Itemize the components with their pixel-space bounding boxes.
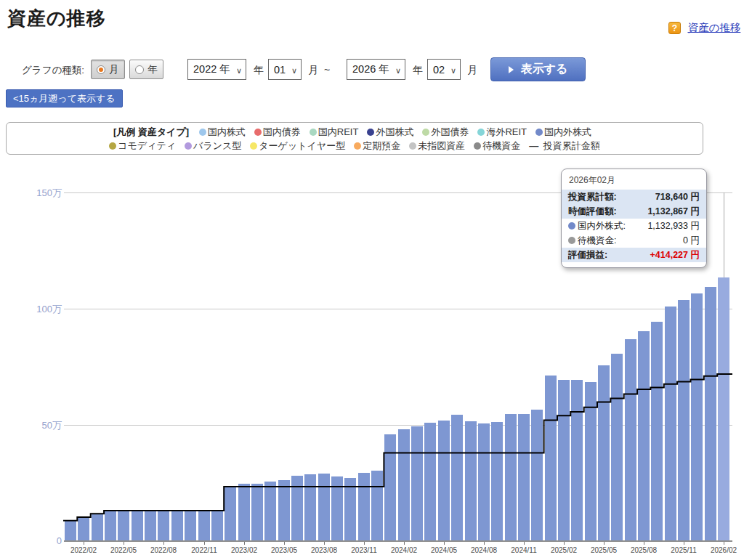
- legend-item: 海外REIT: [477, 126, 527, 137]
- legend-dot-icon: [250, 142, 257, 150]
- from-year-select[interactable]: 2022 年: [187, 59, 246, 80]
- legend-item: コモディティ: [109, 140, 176, 151]
- chevron-down-icon: [233, 64, 242, 76]
- legend-dot-icon: [367, 129, 374, 136]
- range-tilde: ~: [324, 64, 330, 76]
- tooltip-row: 国内外株式:1,132,933 円: [562, 219, 706, 233]
- page-title: 資産の推移: [7, 6, 106, 31]
- legend-row-1: [凡例 資産タイプ] 国内株式国内債券国内REIT外国株式外国債券海外REIT国…: [7, 125, 703, 139]
- legend-title: [凡例 資産タイプ]: [113, 126, 189, 137]
- legend-dot-icon: [422, 129, 429, 136]
- chevron-down-icon: [288, 64, 297, 76]
- legend-item: 国内外株式: [535, 126, 591, 137]
- legend-dot-icon: [254, 129, 262, 136]
- legend-dot-icon: [310, 129, 317, 136]
- to-year-value: 2026 年: [352, 62, 389, 76]
- legend-dot-icon: [535, 129, 543, 136]
- legend-box: [凡例 資産タイプ] 国内株式国内債券国内REIT外国株式外国債券海外REIT国…: [6, 122, 703, 155]
- to-year-select[interactable]: 2026 年: [347, 59, 405, 80]
- from-month-value: 01: [274, 64, 286, 76]
- page: 資産の推移 ? 資産の推移 グラフの種類: 月 年 2022 年 年 01 月 …: [0, 0, 744, 560]
- show-button[interactable]: 表示する: [490, 57, 586, 81]
- legend-dot-icon: [477, 129, 485, 136]
- legend-dot-icon: [354, 142, 361, 150]
- tooltip-row: 待機資金:0 円: [562, 233, 706, 248]
- tooltip-dot-icon: [568, 237, 575, 244]
- to-month-select[interactable]: 02: [427, 59, 461, 80]
- back-button-label: <15ヵ月遡って表示する: [13, 92, 116, 105]
- legend-item: 待機資金: [474, 140, 520, 151]
- help-area: ? 資産の推移: [668, 21, 740, 35]
- radio-selected-icon: [97, 65, 105, 74]
- legend-item: ターゲットイヤー型: [250, 140, 345, 151]
- graph-type-month-radio[interactable]: 月: [91, 60, 125, 79]
- play-icon: [509, 66, 514, 73]
- tooltip-header: 2026年02月: [562, 171, 706, 190]
- tooltip-row: 時価評価額:1,132,867 円: [562, 204, 706, 219]
- line-symbol-icon: —: [529, 139, 538, 153]
- legend-item-line: — 投資累計金額: [529, 140, 600, 151]
- legend-dot-icon: [185, 142, 192, 150]
- legend-item: 外国債券: [422, 126, 469, 137]
- from-year-value: 2022 年: [193, 62, 230, 76]
- legend-dot-icon: [199, 129, 206, 136]
- help-icon[interactable]: ?: [668, 22, 681, 34]
- legend-dot-icon: [109, 142, 116, 150]
- legend-item: 未指図資産: [409, 140, 465, 151]
- to-month-value: 02: [433, 64, 445, 76]
- graph-type-year-radio[interactable]: 年: [129, 60, 163, 79]
- from-year-unit: 年: [254, 64, 264, 77]
- radio-year-label: 年: [147, 63, 158, 76]
- to-month-unit: 月: [467, 64, 477, 77]
- tooltip-row: 投資累計額:718,640 円: [562, 190, 706, 204]
- radio-month-label: 月: [109, 63, 119, 76]
- legend-item: 外国株式: [367, 126, 413, 137]
- show-button-label: 表示する: [521, 62, 568, 77]
- chevron-down-icon: [448, 64, 456, 76]
- back-15-months-button[interactable]: <15ヵ月遡って表示する: [6, 89, 123, 107]
- chart-tooltip: 2026年02月 投資累計額:718,640 円時価評価額:1,132,867 …: [561, 169, 707, 268]
- from-month-unit: 月: [308, 64, 318, 77]
- legend-item: バランス型: [185, 140, 241, 151]
- tooltip-row: 評価損益:+414,227 円: [562, 248, 706, 262]
- legend-dot-icon: [474, 142, 481, 150]
- legend-item: 国内株式: [199, 126, 246, 137]
- from-month-select[interactable]: 01: [268, 59, 302, 80]
- legend-item: 国内債券: [254, 126, 301, 137]
- legend-item: 国内REIT: [310, 126, 359, 137]
- graph-type-label: グラフの種類:: [22, 64, 84, 77]
- radio-unselected-icon: [135, 65, 144, 74]
- chevron-down-icon: [392, 64, 401, 76]
- to-year-unit: 年: [413, 64, 423, 77]
- help-link[interactable]: 資産の推移: [687, 22, 740, 33]
- legend-item: 定期預金: [354, 140, 400, 151]
- legend-dot-icon: [409, 142, 416, 150]
- legend-row-2: コモディティバランス型ターゲットイヤー型定期預金未指図資産待機資金— 投資累計金…: [7, 139, 703, 153]
- tooltip-dot-icon: [568, 222, 575, 230]
